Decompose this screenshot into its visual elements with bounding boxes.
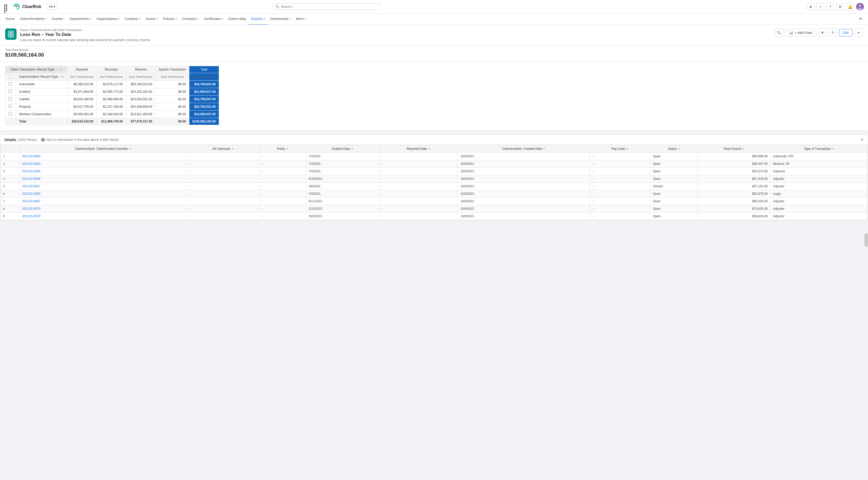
th-created-date[interactable]: Claim/Incident: Created Date ▼ [458, 145, 590, 153]
pivot-row-reserve[interactable]: $13,033,531.00 [126, 96, 156, 103]
notifications-button[interactable]: 🔔 [846, 3, 854, 10]
th-policy[interactable]: Policy ▼ [259, 145, 306, 153]
th-incident-date[interactable]: Incident Date ▼ [306, 145, 379, 153]
pivot-row[interactable]: Property $3,517,755.00 $2,227,158.00 $15… [5, 103, 219, 111]
pivot-row-checkbox[interactable] [5, 96, 16, 103]
pivot-row[interactable]: Liability $3,626,460.00 $2,098,656.00 $1… [5, 96, 219, 103]
nav-certificates[interactable]: Certificates ▾ [201, 13, 225, 25]
pivot-col-header[interactable]: Claim Transaction: Record Type → ▼ [5, 66, 67, 73]
pivot-row-label[interactable]: Automobile [16, 81, 67, 88]
details-table-row[interactable]: 3 202110-0360 - - 7/4/2021 - 10/6/2021 -… [1, 168, 868, 175]
details-table-row[interactable]: 8 202110-0079 - - 1/15/2021 - 10/6/2021 … [1, 205, 868, 213]
status-sort[interactable]: Status ▼ [668, 147, 680, 151]
nav-policies[interactable]: Policies ▾ [160, 13, 180, 25]
nav-events[interactable]: Events ▾ [49, 13, 67, 25]
nav-claims[interactable]: Claims/Incidents ▾ [17, 13, 49, 25]
pivot-row-total[interactable]: $21,659,617.00 [189, 88, 219, 96]
avatar[interactable] [856, 3, 864, 10]
pivot-row-payment[interactable]: $3,626,460.00 [67, 96, 97, 103]
report-search-button[interactable]: 🔍 [775, 28, 783, 37]
pivot-row-total[interactable]: $19,589,537.00 [189, 111, 219, 118]
claim-number-link[interactable]: 202110-0047 [22, 184, 40, 188]
nav-reports[interactable]: Reports ▾ [249, 13, 268, 25]
th-all-claimants[interactable]: All Claimants ▼ [187, 145, 259, 153]
pivot-row-label[interactable]: Property [16, 103, 67, 111]
incident-date-sort[interactable]: Incident Date ▼ [332, 147, 353, 151]
grid-icon[interactable] [4, 4, 9, 9]
nav-more[interactable]: More ▾ [293, 13, 309, 25]
pivot-row-total[interactable]: $20,783,521.00 [189, 103, 219, 111]
pivot-row-checkbox[interactable] [5, 81, 16, 88]
pivot-checkbox-header[interactable] [5, 73, 16, 81]
th-type-of-transaction[interactable]: Type of Transaction ▼ [770, 145, 867, 153]
pivot-row-recovery[interactable]: $2,227,158.00 [97, 103, 126, 111]
details-close-button[interactable]: ✕ [860, 137, 864, 142]
th-pay-code[interactable]: Pay Code ▼ [590, 145, 650, 153]
nav-contacts[interactable]: Contacts ▾ [122, 13, 143, 25]
incident-date-filter-icon[interactable]: ▼ [351, 148, 353, 150]
row-header-filter[interactable]: ▼ [61, 76, 64, 78]
pivot-row-system[interactable]: $0.00 [156, 103, 189, 111]
details-table-row[interactable]: 6 202110-0360 - - 7/4/2021 - 10/6/2021 -… [1, 190, 868, 198]
cell-claim-number[interactable]: 202110-0360 [20, 153, 187, 160]
cell-claim-number[interactable]: 202110-0360 [20, 160, 187, 168]
claim-number-link[interactable]: 202110-0360 [22, 192, 40, 196]
pivot-row[interactable]: Automobile $5,399,202.00 $3,079,117.00 $… [5, 81, 219, 88]
all-claimants-filter-icon[interactable]: ▼ [232, 148, 234, 150]
refresh-button[interactable]: ↻ [829, 28, 837, 37]
claim-number-link[interactable]: 202110-0360 [22, 170, 40, 173]
cell-claim-number[interactable]: 202110-0079 [20, 205, 187, 213]
cell-claim-number[interactable]: 202110-0070 [20, 213, 187, 220]
all-claimants-sort[interactable]: All Claimants ▼ [213, 147, 234, 151]
reported-date-sort[interactable]: Reported Date ▼ [407, 147, 430, 151]
created-date-filter-icon[interactable]: ▼ [543, 148, 545, 150]
pivot-row-reserve[interactable]: $15,038,608.00 [126, 103, 156, 111]
help-button[interactable]: ? [827, 3, 834, 10]
search-filter-dropdown[interactable]: All ▾ [46, 3, 58, 10]
pivot-row-system[interactable]: $0.00 [156, 96, 189, 103]
claim-number-sort[interactable]: Claim/Incident: Claim/Incident Number ▼ [75, 147, 131, 151]
claim-number-link[interactable]: 202110-0079 [22, 207, 40, 211]
cell-claim-number[interactable]: 202110-0049 [20, 175, 187, 183]
search-input[interactable] [281, 5, 378, 8]
pivot-row-reserve[interactable]: $15,292,162.00 [126, 88, 156, 96]
pivot-row-label[interactable]: Liability [16, 96, 67, 103]
pivot-row-total[interactable]: $28,768,842.00 [189, 81, 219, 88]
favorites-button[interactable]: ★ [807, 3, 814, 10]
pay-code-filter-icon[interactable]: ▼ [626, 148, 628, 150]
col-header-filter[interactable]: ▼ [59, 68, 62, 71]
nav-claims-map[interactable]: Claims Map [225, 13, 249, 25]
claim-number-link[interactable]: 202110-0087 [22, 200, 40, 203]
pivot-row[interactable]: Workers Compensation $3,500,001.00 $2,16… [5, 111, 219, 118]
claim-number-link[interactable]: 202110-0049 [22, 177, 40, 181]
pivot-row-reserve[interactable]: $20,290,523.00 [126, 81, 156, 88]
pivot-row-checkbox[interactable] [5, 103, 16, 111]
claim-number-link[interactable]: 202110-0360 [22, 162, 40, 166]
add-chart-button[interactable]: 📊 + Add Chart [785, 29, 816, 36]
details-table-row[interactable]: 4 202110-0049 - - 5/28/2021 - 10/6/2021 … [1, 175, 868, 183]
pivot-row-recovery[interactable]: $2,168,043.00 [97, 111, 126, 118]
th-status[interactable]: Status ▼ [650, 145, 698, 153]
details-table-row[interactable]: 2 202110-0360 - - 7/4/2021 - 10/6/2021 -… [1, 160, 868, 168]
nav-assets[interactable]: Assets ▾ [143, 13, 160, 25]
pivot-row-header[interactable]: Claim/Incident: Record Type ↑ ▼ [16, 73, 67, 81]
nav-departments[interactable]: Departments ▾ [67, 13, 94, 25]
details-table-row[interactable]: 1 202110-0360 - - 7/4/2021 - 10/6/2021 -… [1, 153, 868, 160]
pivot-row-recovery[interactable]: $3,079,117.00 [97, 81, 126, 88]
nav-contracts[interactable]: Contracts ▾ [180, 13, 202, 25]
pivot-row[interactable]: Incident $3,971,684.00 $2,395,771.00 $15… [5, 88, 219, 96]
nav-home[interactable]: Home [3, 13, 17, 25]
pivot-row-reserve[interactable]: $13,921,493.00 [126, 111, 156, 118]
pivot-row-system[interactable]: $0.00 [156, 111, 189, 118]
pay-code-sort[interactable]: Pay Code ▼ [612, 147, 628, 151]
settings-button[interactable]: ⚙ [836, 3, 844, 10]
nav-dashboards[interactable]: Dashboards ▾ [268, 13, 293, 25]
cell-claim-number[interactable]: 202110-0087 [20, 198, 187, 205]
pivot-row-system[interactable]: $0.00 [156, 81, 189, 88]
edit-caret-button[interactable]: ▾ [855, 28, 863, 37]
pivot-row-system[interactable]: $0.00 [156, 88, 189, 96]
add-button[interactable]: + [817, 3, 824, 10]
pivot-row-payment[interactable]: $5,399,202.00 [67, 81, 97, 88]
type-filter-icon[interactable]: ▼ [832, 148, 834, 150]
policy-filter-icon[interactable]: ▼ [286, 148, 288, 150]
